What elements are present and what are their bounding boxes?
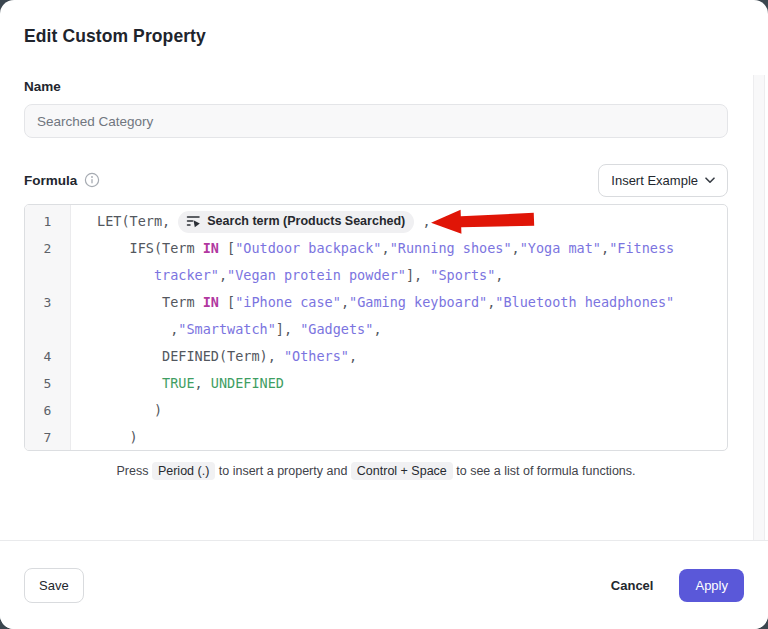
save-button[interactable]: Save xyxy=(24,568,84,603)
dialog-header: Edit Custom Property xyxy=(0,0,768,47)
property-chip-label: Search term (Products Searched) xyxy=(207,208,405,235)
formula-hint: Press Period (.) to insert a property an… xyxy=(24,464,728,478)
info-icon[interactable] xyxy=(84,172,100,188)
event-property-icon xyxy=(186,214,201,229)
code-line[interactable]: ) xyxy=(97,397,727,424)
code-line[interactable]: Term IN ["iPhone case","Gaming keyboard"… xyxy=(97,289,727,316)
kbd-shortcut: Period (.) xyxy=(152,462,215,480)
line-number: 4 xyxy=(25,343,70,370)
dialog-body: Name Searched Category Formula Insert Ex… xyxy=(0,47,768,540)
formula-header: Formula Insert Example xyxy=(24,164,728,196)
line-number xyxy=(25,262,70,289)
chevron-down-icon xyxy=(705,177,715,184)
code-line[interactable]: IFS(Term IN ["Outdoor backpack","Running… xyxy=(97,235,727,262)
name-label: Name xyxy=(24,79,728,94)
code-line[interactable]: ) xyxy=(97,424,727,450)
edit-custom-property-dialog: Edit Custom Property Name Searched Categ… xyxy=(0,0,768,629)
cancel-button[interactable]: Cancel xyxy=(607,570,658,601)
line-number: 3 xyxy=(25,289,70,316)
code-line[interactable]: ,"Smartwatch"], "Gadgets", xyxy=(97,316,727,343)
line-number-gutter: 1234567 xyxy=(25,205,71,450)
formula-editor[interactable]: 1234567 LET(Term, Search term (Products … xyxy=(24,204,728,451)
name-input[interactable]: Searched Category xyxy=(24,104,728,138)
apply-button[interactable]: Apply xyxy=(679,569,744,602)
code-line[interactable]: tracker","Vegan protein powder"], "Sport… xyxy=(97,262,727,289)
code-line[interactable]: TRUE, UNDEFINED xyxy=(97,370,727,397)
formula-code[interactable]: LET(Term, Search term (Products Searched… xyxy=(71,205,727,450)
line-number xyxy=(25,316,70,343)
property-chip[interactable]: Search term (Products Searched) xyxy=(178,211,414,233)
line-number: 5 xyxy=(25,370,70,397)
line-number: 6 xyxy=(25,397,70,424)
line-number: 2 xyxy=(25,235,70,262)
dialog-footer: Save Cancel Apply xyxy=(0,540,768,629)
formula-label: Formula xyxy=(24,173,77,188)
code-line[interactable]: DEFINED(Term), "Others", xyxy=(97,343,727,370)
insert-example-button[interactable]: Insert Example xyxy=(598,164,728,197)
line-number: 1 xyxy=(25,208,70,235)
line-number: 7 xyxy=(25,424,70,451)
insert-example-label: Insert Example xyxy=(611,173,698,188)
scrollbar[interactable] xyxy=(753,75,765,540)
dialog-title: Edit Custom Property xyxy=(24,26,744,47)
kbd-shortcut: Control + Space xyxy=(351,462,453,480)
code-line[interactable]: LET(Term, Search term (Products Searched… xyxy=(97,208,727,235)
